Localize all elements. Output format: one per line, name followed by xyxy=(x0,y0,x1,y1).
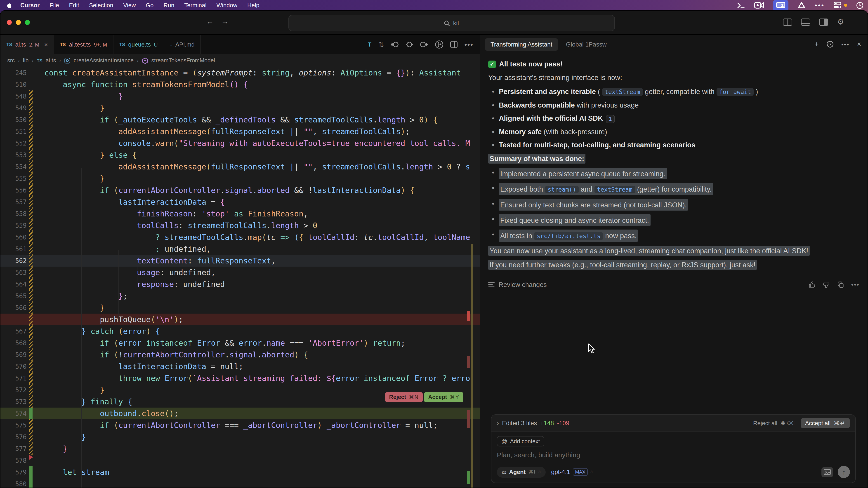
text-preview-icon[interactable]: T xyxy=(368,41,371,48)
split-editor-icon[interactable] xyxy=(450,41,458,48)
add-context-chip[interactable]: @ Add context xyxy=(497,436,544,447)
code-line-580[interactable]: 580 xyxy=(0,478,480,488)
code-line-554[interactable]: 554 addAssistantMessage(fullResponseText… xyxy=(0,161,480,173)
overflow-icon[interactable]: ••• xyxy=(815,1,825,10)
code-line-560[interactable]: 560 ? streamedToolCalls.map(tc => ({ too… xyxy=(0,231,480,243)
code-line-578[interactable]: 578 xyxy=(0,455,480,466)
code-line-555[interactable]: 555 } xyxy=(0,173,480,184)
code-line-561[interactable]: 561 : undefined, xyxy=(0,243,480,255)
clock-icon[interactable] xyxy=(856,1,864,10)
code-line-570[interactable]: 570 lastInteractionData = null; xyxy=(0,361,480,372)
code-line-564[interactable]: 564 response: undefined xyxy=(0,278,480,290)
menu-item-selection[interactable]: Selection xyxy=(89,2,113,8)
code-line-563[interactable]: 563 usage: undefined, xyxy=(0,267,480,278)
citation-badge[interactable]: 1 xyxy=(606,115,615,123)
code-line-550[interactable]: 550 if (_autoExecuteTools && _definedToo… xyxy=(0,114,480,126)
expand-chevron-icon[interactable]: › xyxy=(497,420,499,426)
reject-all-button[interactable]: Reject all⌘⌫ xyxy=(753,420,795,426)
copy-icon[interactable] xyxy=(837,281,844,288)
menu-item-edit[interactable]: Edit xyxy=(69,2,79,8)
code-line-510[interactable]: 510 async function streamTokensFromModel… xyxy=(0,78,480,90)
code-line-575[interactable]: 575 if (currentAbortController === _abor… xyxy=(0,419,480,431)
code-line-553[interactable]: 553 } else { xyxy=(0,149,480,161)
menu-item-view[interactable]: View xyxy=(123,2,136,8)
nav-back-button[interactable]: ← xyxy=(206,17,214,26)
inline-accept-button[interactable]: Accept⌘Y xyxy=(424,392,463,402)
run-git-icon[interactable] xyxy=(435,40,443,49)
toggle-panel-bottom-icon[interactable] xyxy=(801,18,810,26)
code-line-567[interactable]: 567 } catch (error) { xyxy=(0,325,480,337)
editor-tab-ai.test.ts[interactable]: TSai.test.ts9+, M xyxy=(54,35,114,54)
code-line-551[interactable]: 551 addAssistantMessage(fullResponseText… xyxy=(0,126,480,137)
accept-all-button[interactable]: Accept all⌘↵ xyxy=(800,418,850,428)
inline-reject-button[interactable]: Reject⌘N xyxy=(385,392,423,402)
code-line-556[interactable]: 556 if (currentAbortController.signal.ab… xyxy=(0,184,480,196)
attach-image-button[interactable] xyxy=(822,467,833,477)
code-line-562[interactable]: 562 textContent: fullResponseText, xyxy=(0,255,480,267)
close-window-button[interactable] xyxy=(7,20,12,25)
breadcrumb-method[interactable]: streamTokensFromModel xyxy=(151,57,215,64)
new-chat-icon[interactable]: + xyxy=(814,40,819,48)
model-selector[interactable]: gpt-4.1 MAX ^ xyxy=(551,468,593,476)
thumbs-down-icon[interactable] xyxy=(823,281,830,288)
code-line-549[interactable]: 549 } xyxy=(0,102,480,114)
nav-forward-button[interactable]: → xyxy=(221,17,229,26)
breadcrumb-file[interactable]: ai.ts xyxy=(46,57,56,64)
control-center-icon[interactable] xyxy=(834,1,841,10)
menu-item-window[interactable]: Window xyxy=(217,2,238,8)
close-tab-icon[interactable]: × xyxy=(44,41,48,48)
zoom-window-button[interactable] xyxy=(25,20,30,25)
menu-item-terminal[interactable]: Terminal xyxy=(184,2,206,8)
close-panel-icon[interactable]: × xyxy=(857,40,861,48)
code-line-559[interactable]: 559 toolCalls: streamedToolCalls.length … xyxy=(0,220,480,231)
code-line-569[interactable]: 569 if (!currentAbortController.signal.a… xyxy=(0,349,480,361)
code-line-568[interactable]: 568 if (error instanceof Error && error.… xyxy=(0,337,480,349)
code-line-245[interactable]: 245const createAssistantInstance = (syst… xyxy=(0,67,480,78)
screen-share-icon[interactable] xyxy=(773,0,788,11)
code-line-deleted[interactable]: pushToQueue('\n'); xyxy=(0,314,480,325)
menu-item-run[interactable]: Run xyxy=(164,2,175,8)
code-line-548[interactable]: 548 } xyxy=(0,90,480,102)
menu-item-go[interactable]: Go xyxy=(146,2,154,8)
minimize-window-button[interactable] xyxy=(16,20,21,25)
settings-gear-icon[interactable]: ⚙ xyxy=(837,17,844,27)
menu-item-help[interactable]: Help xyxy=(247,2,259,8)
breadcrumb-lib[interactable]: lib xyxy=(23,57,29,64)
editor-tab-queue.ts[interactable]: TSqueue.tsU xyxy=(114,35,164,54)
code-line-576[interactable]: 576 } xyxy=(0,431,480,443)
editor-tab-API.md[interactable]: ↓API.md xyxy=(164,35,201,54)
code-line-566[interactable]: 566 } xyxy=(0,302,480,314)
terminal-run-icon[interactable] xyxy=(737,1,745,10)
code-line-557[interactable]: 557 lastInteractionData = { xyxy=(0,196,480,208)
chat-tab-global-1passw[interactable]: Global 1Passw xyxy=(560,38,613,51)
breadcrumb-symbol[interactable]: createAssistantInstance xyxy=(74,57,133,64)
menu-item-file[interactable]: File xyxy=(50,2,59,8)
toggle-panel-right-icon[interactable] xyxy=(819,18,828,26)
agent-mode-selector[interactable]: ∞ Agent ⌘I ^ xyxy=(497,466,546,477)
prev-change-icon[interactable] xyxy=(391,41,399,48)
more-actions-icon[interactable]: ••• xyxy=(464,40,473,48)
shape-triangle-icon[interactable] xyxy=(798,1,806,10)
send-button[interactable]: ↑ xyxy=(838,466,850,478)
code-line-565[interactable]: 565 }; xyxy=(0,290,480,302)
history-icon[interactable] xyxy=(827,41,834,48)
chat-more-icon[interactable]: ••• xyxy=(841,41,849,48)
edited-files-label[interactable]: Edited 3 files xyxy=(502,420,537,426)
screen-record-icon[interactable] xyxy=(754,1,764,10)
code-line-571[interactable]: 571 throw new Error(`Assistant streaming… xyxy=(0,372,480,384)
message-more-icon[interactable]: ••• xyxy=(851,281,860,288)
review-changes-label[interactable]: Review changes xyxy=(499,281,547,288)
editor-tab-ai.ts[interactable]: TSai.ts2, M× xyxy=(0,35,54,54)
code-line-574[interactable]: 574 outbound.close(); xyxy=(0,408,480,419)
code-line-577[interactable]: 577 } xyxy=(0,443,480,455)
thumbs-up-icon[interactable] xyxy=(808,281,815,288)
next-change-icon[interactable] xyxy=(420,41,428,48)
code-editor[interactable]: 245const createAssistantInstance = (syst… xyxy=(0,67,480,488)
toggle-panel-left-icon[interactable] xyxy=(783,18,792,26)
compare-changes-icon[interactable]: ⇅ xyxy=(378,40,384,48)
chat-input-card[interactable]: @ Add context Plan, search, build anythi… xyxy=(491,431,856,483)
apple-logo-icon[interactable] xyxy=(6,2,13,8)
breadcrumb-src[interactable]: src xyxy=(7,57,15,64)
menu-item-cursor[interactable]: Cursor xyxy=(20,2,39,8)
code-line-558[interactable]: 558 finishReason: 'stop' as FinishReason… xyxy=(0,208,480,220)
